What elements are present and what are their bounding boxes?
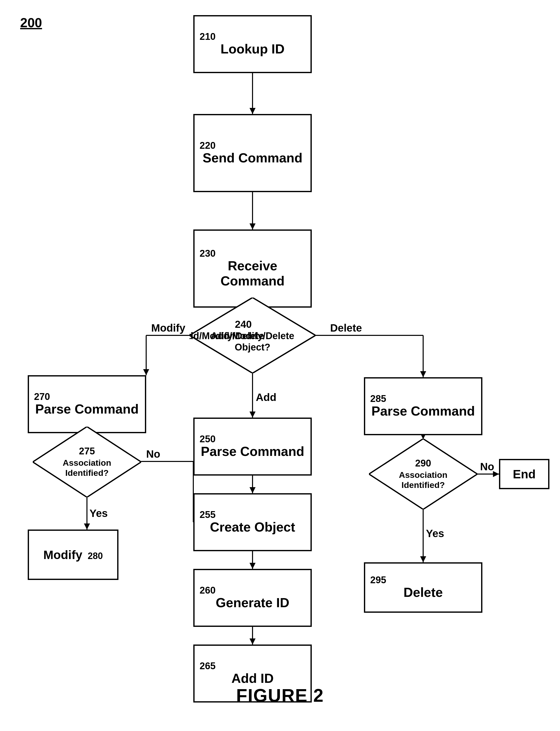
svg-text:Association: Association [63, 458, 111, 468]
diamond-240: 240 Add/Modify/Delete Add/Modify/Delete … [190, 297, 316, 373]
svg-text:275: 275 [79, 446, 95, 457]
box-260: 260 Generate ID [193, 569, 312, 627]
svg-text:Add: Add [256, 392, 276, 403]
box-295: 295 Delete [364, 562, 482, 613]
svg-text:Add/Modify/Delete: Add/Modify/Delete [211, 330, 294, 341]
box-255: 255 Create Object [193, 493, 312, 551]
diamond-290: 290 Association Identified? [369, 439, 477, 509]
box-270: 270 Parse Command [28, 375, 146, 433]
diagram-container: 200 Modify Delete Add [0, 0, 560, 731]
svg-marker-27 [84, 524, 90, 530]
svg-text:No: No [146, 448, 160, 460]
svg-text:Identified?: Identified? [401, 480, 445, 490]
diagram-label: 200 [20, 15, 42, 30]
svg-marker-1 [250, 108, 256, 114]
svg-marker-9 [143, 369, 149, 375]
figure-caption: FIGURE 2 [236, 685, 324, 706]
diamond-275: 275 Association Identified? [33, 427, 141, 497]
svg-marker-13 [420, 371, 426, 377]
svg-marker-17 [250, 412, 256, 418]
svg-text:Modify: Modify [151, 322, 185, 334]
diamond-240-svg: 240 Add/Modify/Delete Add/Modify/Delete … [190, 297, 316, 373]
svg-text:Identified?: Identified? [65, 468, 109, 478]
box-210: 210 Lookup ID [193, 15, 312, 73]
svg-text:Association: Association [399, 470, 448, 480]
svg-text:290: 290 [415, 458, 431, 469]
diamond-290-svg: 290 Association Identified? [369, 439, 477, 509]
svg-text:240: 240 [235, 319, 252, 330]
svg-text:Delete: Delete [330, 322, 362, 334]
svg-marker-41 [420, 556, 426, 562]
svg-marker-30 [250, 487, 256, 493]
end-box: End [499, 459, 549, 489]
svg-marker-38 [493, 471, 499, 477]
box-250: 250 Parse Command [193, 418, 312, 476]
box-220: 220 Send Command [193, 114, 312, 192]
box-230: 230 Receive Command [193, 229, 312, 307]
box-280: Modify 280 [28, 530, 118, 580]
svg-marker-34 [250, 639, 256, 645]
svg-text:Yes: Yes [89, 507, 108, 519]
diamond-275-svg: 275 Association Identified? [33, 427, 141, 497]
svg-marker-3 [250, 223, 256, 229]
svg-text:No: No [480, 461, 494, 473]
box-285: 285 Parse Command [364, 377, 482, 435]
svg-marker-32 [250, 563, 256, 569]
svg-text:Yes: Yes [426, 528, 444, 539]
svg-text:Object?: Object? [235, 342, 270, 352]
